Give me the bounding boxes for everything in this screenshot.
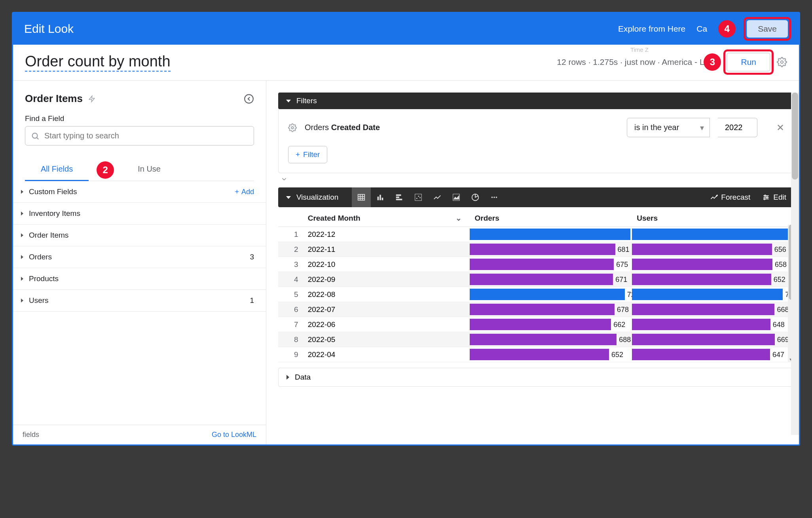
row-index: 2 (278, 242, 303, 257)
forecast-button[interactable]: Forecast (710, 193, 750, 202)
cell-orders: 678 (470, 302, 632, 317)
subheader: Order count by month Time Z 12 rows · 1.… (13, 45, 799, 81)
svg-point-20 (420, 197, 421, 199)
row-index: 4 (278, 272, 303, 287)
explore-name: Order Items (25, 93, 95, 105)
sidebar-top: Order Items (25, 93, 254, 105)
table-row[interactable]: 82022-05688669 (278, 332, 794, 347)
viz-type-table-icon[interactable] (352, 187, 371, 207)
data-section-header[interactable]: Data (278, 368, 794, 387)
svg-point-33 (764, 199, 765, 200)
row-index: 7 (278, 317, 303, 332)
table-row[interactable]: 42022-09671652 (278, 272, 794, 287)
col-users[interactable]: Users (632, 210, 794, 227)
viz-header-right: Forecast Edit (710, 193, 786, 202)
field-tabs: All Fields 2 In Use (25, 159, 254, 181)
filter-value-input[interactable]: 2022 (718, 118, 757, 137)
svg-rect-17 (415, 194, 422, 201)
filter-operator-select[interactable]: is in the year ▾ (627, 118, 710, 137)
remove-filter-icon[interactable]: ✕ (776, 122, 784, 133)
field-group-name: Products (29, 274, 59, 283)
chevron-down-icon (286, 100, 291, 102)
viz-edit-button[interactable]: Edit (762, 193, 786, 202)
col-orders[interactable]: Orders (470, 210, 632, 227)
tab-in-use[interactable]: In Use (122, 159, 176, 181)
field-group-row[interactable]: Users1 (13, 290, 266, 312)
cell-orders: 675 (470, 257, 632, 272)
look-title-input[interactable]: Order count by month (25, 53, 171, 72)
find-field-label: Find a Field (25, 114, 254, 123)
viz-table-wrap: Created Month⌄ Orders Users 12022-127527… (278, 210, 794, 362)
viz-type-line-icon[interactable] (428, 187, 447, 207)
col-index (278, 210, 303, 227)
viz-type-scatter-icon[interactable] (409, 187, 428, 207)
chevron-right-icon (21, 255, 23, 259)
svg-line-4 (37, 138, 38, 139)
filter-field-label: Orders Created Date (305, 123, 380, 132)
field-group-row[interactable]: Orders3 (13, 246, 266, 268)
table-row[interactable]: 52022-08726707 (278, 287, 794, 302)
collapse-sidebar-icon[interactable] (244, 94, 254, 104)
cell-users: 656 (632, 242, 794, 257)
run-button[interactable]: Run (727, 53, 770, 72)
field-group-count: 1 (250, 296, 254, 305)
svg-rect-11 (378, 197, 379, 200)
col-created-month[interactable]: Created Month⌄ (303, 210, 470, 227)
visualization-header: Visualization (278, 187, 794, 207)
viz-type-more-icon[interactable] (485, 187, 504, 207)
field-group-name: Orders (29, 253, 52, 261)
cancel-link[interactable]: Ca (696, 24, 707, 34)
save-button[interactable]: Save (747, 20, 788, 38)
chevron-down-icon (286, 196, 291, 199)
cell-users: 658 (632, 257, 794, 272)
search-input[interactable] (44, 131, 248, 140)
cell-orders: 652 (470, 347, 632, 362)
table-row[interactable]: 12022-12752732 (278, 227, 794, 242)
svg-point-32 (766, 197, 768, 198)
svg-rect-15 (396, 197, 399, 198)
viz-type-area-icon[interactable] (447, 187, 466, 207)
viz-title-area[interactable]: Visualization (286, 193, 338, 202)
plus-icon: + (296, 150, 300, 159)
field-group-row[interactable]: Order Items (13, 225, 266, 246)
field-groups: Custom Fields+ AddInventory ItemsOrder I… (13, 181, 266, 312)
table-row[interactable]: 62022-07678668 (278, 302, 794, 317)
filter-gear-icon[interactable] (288, 123, 297, 132)
filter-row: Orders Created Date is in the year ▾ 202… (288, 118, 784, 137)
cell-orders: 726 (470, 287, 632, 302)
table-row[interactable]: 32022-10675658 (278, 257, 794, 272)
plus-icon: + (235, 188, 239, 196)
svg-point-25 (496, 197, 497, 198)
table-row[interactable]: 72022-06662648 (278, 317, 794, 332)
gear-icon[interactable] (777, 57, 787, 67)
field-group-row[interactable]: Inventory Items (13, 203, 266, 225)
go-to-lookml-link[interactable]: Go to LookML (212, 431, 256, 439)
table-row[interactable]: 92022-04652647 (278, 347, 794, 362)
bolt-icon[interactable] (88, 95, 95, 103)
field-group-row[interactable]: Products (13, 268, 266, 290)
viz-header-label: Visualization (296, 193, 338, 202)
svg-point-27 (717, 195, 718, 196)
add-filter-button[interactable]: + Filter (288, 146, 327, 163)
viz-type-column-icon[interactable] (371, 187, 390, 207)
expand-chevron-icon[interactable] (281, 176, 794, 183)
filters-panel: Filters Orders Created Date is in the ye… (278, 93, 794, 173)
sidebar-footer-label: fields (23, 431, 39, 439)
content-scrollbar[interactable] (791, 93, 799, 435)
add-custom-field-link[interactable]: + Add (235, 188, 254, 196)
search-input-wrap[interactable] (25, 126, 254, 146)
explore-from-here-link[interactable]: Explore from Here (618, 24, 685, 34)
timezone-hint: Time Z (630, 46, 649, 53)
row-index: 1 (278, 227, 303, 242)
chevron-right-icon (21, 233, 23, 237)
filters-header[interactable]: Filters (278, 93, 794, 109)
cell-month: 2022-12 (303, 227, 470, 242)
cell-orders: 681 (470, 242, 632, 257)
tab-all-fields[interactable]: All Fields (25, 159, 89, 181)
viz-type-bar-icon[interactable] (390, 187, 409, 207)
table-row[interactable]: 22022-11681656 (278, 242, 794, 257)
cell-users: 652 (632, 272, 794, 287)
viz-type-pie-icon[interactable] (466, 187, 485, 207)
field-group-count: 3 (250, 253, 254, 261)
field-group-row[interactable]: Custom Fields+ Add (13, 181, 266, 203)
